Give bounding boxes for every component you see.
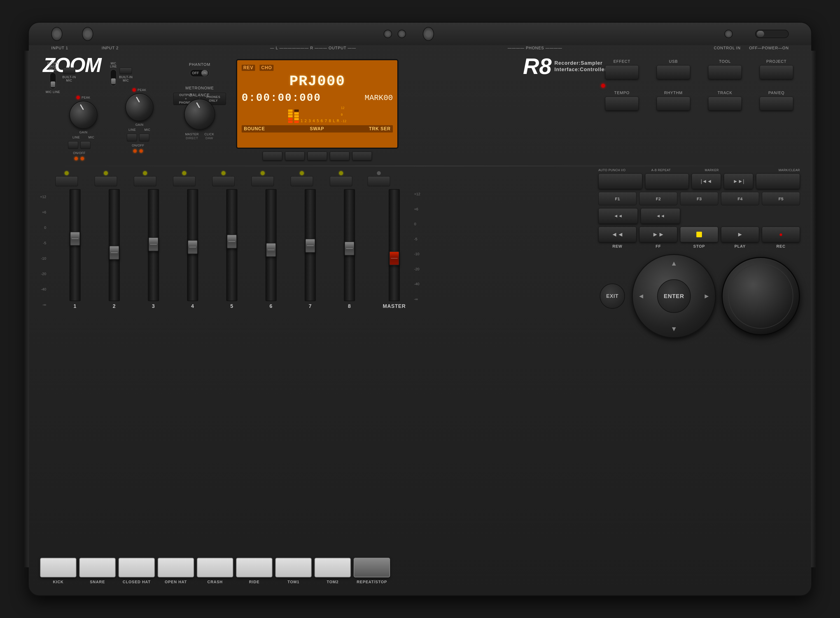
play-btn[interactable]: ► — [721, 227, 759, 242]
ch4-select-btn[interactable] — [173, 176, 196, 186]
auto-punch-label: AUTO PUNCH I/O — [599, 168, 625, 172]
nav-down-btn[interactable]: ▼ — [668, 323, 680, 334]
marker-next-btn[interactable]: ►►| — [724, 174, 753, 189]
closed-hat-pad[interactable] — [119, 558, 155, 577]
ch1-select-btn[interactable] — [55, 176, 78, 186]
f1-btn[interactable]: F1 — [599, 192, 636, 205]
ab-repeat-btn[interactable] — [645, 174, 689, 189]
rec-btn[interactable]: ● — [762, 227, 800, 242]
stop-btn[interactable] — [680, 227, 718, 242]
ride-pad[interactable] — [236, 558, 273, 577]
nav-right-btn[interactable]: ► — [701, 291, 712, 302]
ch4-fader[interactable] — [188, 240, 198, 254]
skip-back-btn[interactable]: ◄◄ — [599, 208, 638, 224]
tom2-pad[interactable] — [314, 558, 351, 577]
metronome-label: METRONOME — [185, 86, 214, 90]
input2-onoff-btn2[interactable] — [139, 134, 149, 141]
master-select-btn[interactable] — [367, 176, 390, 186]
right-panel: EFFECT USB TOOL PROJECT TEMPO — [599, 59, 800, 111]
display-swap-label: SWAP — [310, 126, 324, 131]
input2-mode-switch[interactable] — [110, 69, 117, 86]
ch7-fader[interactable] — [305, 239, 315, 253]
open-hat-pad[interactable] — [158, 558, 194, 577]
kick-pad[interactable] — [40, 558, 76, 577]
phantom-toggle[interactable]: OFF ON — [190, 69, 209, 77]
ch8-number: 8 — [331, 303, 367, 309]
ch6-fader[interactable] — [266, 243, 276, 257]
ch6-select-btn[interactable] — [252, 176, 274, 186]
display-func-btn-2[interactable] — [285, 152, 305, 160]
input1-onoff-btn2[interactable] — [80, 141, 90, 149]
input1-label: INPUT 1 — [51, 46, 79, 50]
balance-click-label: CLICK — [204, 132, 214, 136]
ch8-fader[interactable] — [344, 242, 354, 256]
paneq-label: PAN/EQ — [768, 91, 785, 95]
display-func-btn-1[interactable] — [263, 152, 282, 160]
repeat-stop-pad[interactable] — [354, 558, 390, 577]
ch6-led — [261, 171, 265, 175]
jog-dial[interactable] — [721, 257, 800, 335]
ch7-select-btn[interactable] — [290, 176, 313, 186]
ch2-select-btn[interactable] — [95, 176, 117, 186]
snare-pad[interactable] — [79, 558, 116, 577]
ch5-select-btn[interactable] — [212, 176, 235, 186]
f5-btn[interactable]: F5 — [762, 192, 800, 205]
stop-indicator — [696, 232, 702, 237]
power-switch[interactable] — [755, 30, 789, 38]
input2-onoff-btn1[interactable] — [127, 134, 137, 141]
skip-fwd-btn[interactable]: ◄◄ — [641, 208, 680, 224]
display-func-btn-4[interactable] — [330, 152, 350, 160]
project-btn[interactable] — [760, 65, 793, 79]
mark-clear-btn[interactable] — [756, 174, 800, 189]
ff-btn[interactable]: ►► — [639, 227, 677, 242]
input1-onoff-btn1[interactable] — [68, 141, 78, 149]
exit-btn[interactable]: EXIT — [600, 284, 625, 309]
phantom-label: PHANTOM — [189, 62, 210, 67]
f2-btn[interactable]: F2 — [639, 192, 677, 205]
usb-btn[interactable] — [656, 65, 690, 79]
rew-btn[interactable]: ◄◄ — [599, 227, 636, 242]
master-fader[interactable] — [389, 251, 399, 265]
ch2-fader[interactable] — [109, 246, 119, 260]
tom2-label: TOM2 — [327, 579, 339, 584]
ch1-fader[interactable] — [70, 232, 80, 246]
crash-pad[interactable] — [197, 558, 233, 577]
marker-prev-btn[interactable]: |◄◄ — [692, 174, 721, 189]
input2-gain-knob[interactable] — [126, 93, 153, 121]
enter-btn[interactable]: ENTER — [657, 279, 691, 313]
effect-btn[interactable] — [605, 65, 639, 79]
display-func-btn-5[interactable] — [352, 152, 372, 160]
ch4-led — [182, 171, 186, 175]
ch5-fader[interactable] — [227, 235, 237, 248]
tool-btn[interactable] — [708, 65, 742, 79]
balance-section: BALANCE MASTER DIRECT CLICK DAW — [172, 93, 228, 140]
nav-up-btn[interactable]: ▲ — [668, 258, 680, 269]
track-btn[interactable] — [708, 97, 742, 111]
tom1-pad[interactable] — [275, 558, 312, 577]
balance-daw-label: DAW — [206, 137, 213, 140]
ch8-select-btn[interactable] — [330, 176, 352, 186]
up-arrow-icon: ▲ — [671, 259, 677, 267]
master-fader-track — [389, 189, 400, 301]
ch3-fader[interactable] — [148, 237, 159, 251]
balance-knob[interactable] — [184, 99, 215, 130]
side-panel-right — [811, 51, 817, 567]
input1-mode-switch[interactable] — [50, 72, 56, 89]
input1-gain-knob[interactable] — [70, 101, 98, 129]
input2-builtin-btn[interactable] — [120, 67, 132, 74]
paneq-btn[interactable] — [760, 97, 793, 111]
zoom-r8-device: INPUT 1 INPUT 2 — L ——————— R ——— OUTPUT… — [28, 22, 812, 596]
display-func-btn-3[interactable] — [307, 152, 327, 160]
auto-punch-btn[interactable] — [599, 174, 642, 189]
input1-builtin-btn[interactable] — [63, 67, 75, 74]
input2-jack — [82, 27, 93, 41]
tempo-btn[interactable] — [605, 97, 639, 111]
pad-tom1-group: TOM1 — [275, 558, 312, 584]
ch3-select-btn[interactable] — [134, 176, 156, 186]
input2-builtin-label: BUILT-INMIC — [119, 75, 132, 82]
f3-btn[interactable]: F3 — [680, 192, 718, 205]
f4-btn[interactable]: F4 — [721, 192, 759, 205]
rhythm-btn[interactable] — [656, 97, 690, 111]
nav-left-btn[interactable]: ◄ — [636, 291, 647, 302]
output-l-jack — [384, 30, 392, 38]
